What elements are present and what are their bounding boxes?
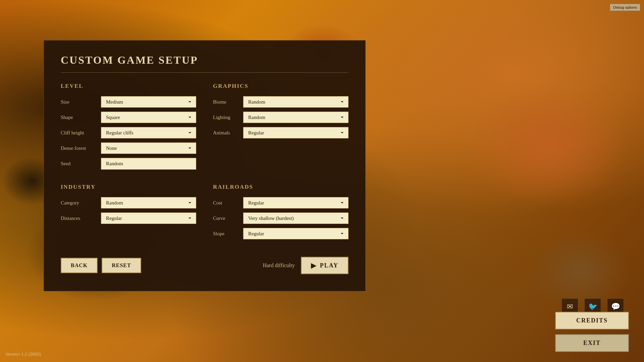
seed-input[interactable] — [101, 158, 196, 170]
lighting-row: Lighting Random Day Sunset Night — [213, 112, 348, 123]
distances-label: Distances — [61, 216, 98, 221]
lighting-select[interactable]: Random Day Sunset Night — [243, 112, 348, 123]
cliff-height-label: Cliff height — [61, 130, 98, 136]
play-icon: ▶ — [311, 261, 317, 269]
level-section: LEVEL Size Small Medium Large Huge Shape… — [61, 83, 196, 174]
version-label: Version 1.2 (3900) — [5, 352, 41, 357]
cost-label: Cost — [213, 200, 240, 206]
animals-label: Animals — [213, 130, 240, 136]
size-label: Size — [61, 99, 98, 105]
distances-row: Distances Close Regular Far — [61, 213, 196, 224]
slope-row: Slope Flat Regular Steep — [213, 228, 348, 239]
distances-select[interactable]: Close Regular Far — [101, 213, 196, 224]
difficulty-label: Hard difficulty — [263, 262, 294, 268]
lighting-label: Lighting — [213, 115, 240, 120]
bottom-row: BACK RESET Hard difficulty ▶ PLAY — [61, 257, 348, 274]
size-select[interactable]: Small Medium Large Huge — [101, 96, 196, 108]
biome-label: Biome — [213, 99, 240, 105]
curve-label: Curve — [213, 216, 240, 221]
category-label: Category — [61, 200, 98, 206]
shape-select[interactable]: Square Rectangle Irregular — [101, 112, 196, 123]
email-icon: ✉ — [567, 302, 573, 311]
animals-select[interactable]: None Few Regular Many — [243, 127, 348, 138]
size-row: Size Small Medium Large Huge — [61, 96, 196, 108]
category-row: Category Random Agricultural Industrial … — [61, 197, 196, 208]
debug-options-button[interactable]: Debug options — [610, 4, 640, 11]
seed-row: Seed — [61, 158, 196, 170]
back-button[interactable]: BACK — [61, 258, 98, 273]
cliff-height-row: Cliff height No cliffs Low cliffs Regula… — [61, 127, 196, 138]
discord-icon: 💬 — [611, 302, 620, 311]
slope-select[interactable]: Flat Regular Steep — [243, 228, 348, 239]
play-label: PLAY — [320, 262, 338, 269]
seed-label: Seed — [61, 161, 98, 167]
biome-row: Biome Random Temperate Arid Nordic — [213, 96, 348, 108]
panel-divider — [61, 72, 348, 73]
shape-label: Shape — [61, 115, 98, 120]
cost-select[interactable]: Cheap Regular Expensive — [243, 197, 348, 208]
play-button[interactable]: ▶ PLAY — [301, 257, 348, 274]
industry-section: INDUSTRY Category Random Agricultural In… — [61, 184, 196, 243]
slope-label: Slope — [213, 231, 240, 237]
railroads-section-title: RAILROADS — [213, 184, 348, 190]
top-sections: LEVEL Size Small Medium Large Huge Shape… — [61, 83, 348, 174]
industry-section-title: INDUSTRY — [61, 184, 196, 190]
bottom-sections: INDUSTRY Category Random Agricultural In… — [61, 184, 348, 243]
dense-forest-row: Dense forest None Little Some Lots — [61, 142, 196, 154]
biome-select[interactable]: Random Temperate Arid Nordic — [243, 96, 348, 108]
animals-row: Animals None Few Regular Many — [213, 127, 348, 138]
reset-button[interactable]: RESET — [102, 258, 141, 273]
curve-row: Curve Very shallow (hardest) Shallow Reg… — [213, 213, 348, 224]
panel-title: CUSTOM GAME SETUP — [61, 54, 348, 66]
twitter-icon: 🐦 — [588, 302, 597, 311]
shape-row: Shape Square Rectangle Irregular — [61, 112, 196, 123]
main-panel: CUSTOM GAME SETUP LEVEL Size Small Mediu… — [44, 40, 366, 291]
sections-spacer — [61, 174, 348, 184]
graphics-section-title: GRAPHICS — [213, 83, 348, 89]
credits-button[interactable]: CREDITS — [555, 312, 629, 329]
dense-forest-select[interactable]: None Little Some Lots — [101, 142, 196, 154]
category-select[interactable]: Random Agricultural Industrial Mixed — [101, 197, 196, 208]
cost-row: Cost Cheap Regular Expensive — [213, 197, 348, 208]
bottom-right-buttons: CREDITS EXIT — [555, 312, 629, 352]
level-section-title: LEVEL — [61, 83, 196, 89]
graphics-section: GRAPHICS Biome Random Temperate Arid Nor… — [213, 83, 348, 174]
dense-forest-label: Dense forest — [61, 145, 98, 151]
exit-button[interactable]: EXIT — [555, 334, 629, 352]
curve-select[interactable]: Very shallow (hardest) Shallow Regular S… — [243, 213, 348, 224]
railroads-section: RAILROADS Cost Cheap Regular Expensive C… — [213, 184, 348, 243]
cliff-height-select[interactable]: No cliffs Low cliffs Regular cliffs High… — [101, 127, 196, 138]
